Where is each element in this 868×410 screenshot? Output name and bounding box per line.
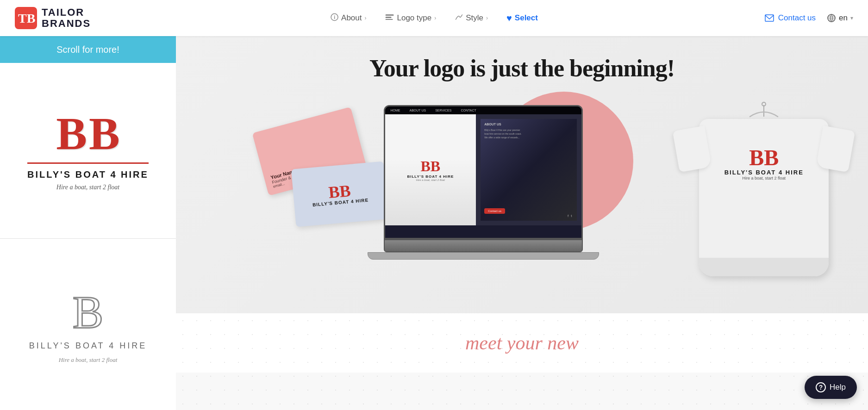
laptop-cta: Contact us [484, 208, 505, 214]
biz-card-2-bb: BB [328, 182, 351, 201]
logotype-icon [385, 13, 394, 24]
svg-rect-4 [385, 14, 393, 16]
tshirt-bb-letters: BB [724, 147, 804, 169]
header-nav: i About › Logo type › Style › ♥ Select [323, 9, 545, 27]
logo-link[interactable]: TB TAILOR BRANDS [15, 7, 91, 29]
meet-your-new-text: meet your new [204, 332, 840, 354]
laptop-screen: HOME ABOUT US SERVICES CONTACT BB BILLY'… [384, 105, 583, 239]
nav-select[interactable]: ♥ Select [499, 9, 545, 27]
bb-company-name-1: BILLY'S BOAT 4 HIRE [27, 169, 149, 180]
svg-text:i: i [334, 15, 335, 20]
style-chevron: › [486, 15, 488, 21]
about-icon: i [330, 13, 338, 24]
main-layout: B B BILLY'S BOAT 4 HIRE Hire a boat, sta… [0, 36, 868, 410]
help-question-icon: ? [816, 382, 826, 392]
logo-sidebar[interactable]: B B BILLY'S BOAT 4 HIRE Hire a boat, sta… [0, 36, 176, 410]
select-label: Select [515, 13, 538, 23]
laptop-screen-right: ABOUT US Billy's Boat 4 Hire are your pr… [476, 114, 581, 225]
laptop-nav: HOME ABOUT US SERVICES CONTACT [385, 106, 581, 114]
logo-card-2[interactable]: B BILLY'S BOAT 4 HIRE Hire a boat, start… [0, 239, 176, 410]
logo-name-top: TAILOR [42, 7, 91, 18]
laptop-nav-services: SERVICES [435, 109, 451, 112]
laptop-bottom [368, 252, 599, 260]
business-card-2: BB BILLY'S BOAT 4 HIRE [291, 162, 388, 227]
bb-letter-b2: B [89, 111, 120, 157]
about-label: About [341, 13, 362, 23]
laptop-social: f t [568, 214, 572, 218]
tshirt-sleeve-left [673, 126, 712, 173]
logotype-label: Logo type [397, 13, 431, 23]
tailor-brands-logo-icon: TB [15, 7, 37, 29]
b-outline-logo: B BILLY'S BOAT 4 HIRE Hire a boat, start… [29, 289, 147, 364]
tshirt-sleeve-right [816, 126, 856, 173]
tshirt-tagline: Hire a boat, start 2 float [724, 176, 804, 180]
help-label: Help [830, 383, 846, 392]
laptop-screen-left: BB BILLY'S BOAT 4 HIRE Hire a boat, star… [385, 114, 476, 225]
scroll-banner-text: Scroll for more! [56, 44, 119, 55]
logo-name-bottom: BRANDS [42, 18, 91, 29]
b-outline-letter: B [73, 289, 104, 335]
help-button[interactable]: ? Help [805, 376, 857, 399]
nav-about[interactable]: i About › [323, 9, 374, 27]
globe-icon [827, 13, 836, 23]
social-icon-fb: f [568, 214, 568, 218]
logo-card-1[interactable]: B B BILLY'S BOAT 4 HIRE Hire a boat, sta… [0, 63, 176, 239]
laptop-city-img: ABOUT US Billy's Boat 4 Hire are your pr… [481, 119, 576, 221]
about-chevron: › [364, 15, 366, 21]
right-content: Your logo is just the beginning! Your Na… [176, 36, 868, 410]
svg-rect-5 [385, 17, 391, 18]
laptop-screen-hero: BB BILLY'S BOAT 4 HIRE Hire a boat, star… [385, 114, 581, 225]
lang-label: en [839, 13, 848, 23]
laptop-mockup: HOME ABOUT US SERVICES CONTACT BB BILLY'… [384, 105, 597, 272]
style-label: Style [466, 13, 483, 23]
logo-text: TAILOR BRANDS [42, 7, 91, 29]
scroll-banner: Scroll for more! [0, 36, 176, 63]
bb-red-logo: B B BILLY'S BOAT 4 HIRE Hire a boat, sta… [27, 111, 149, 191]
hero-section: Your logo is just the beginning! Your Na… [176, 36, 868, 313]
contact-icon [764, 13, 774, 23]
contact-us-button[interactable]: Contact us [764, 13, 816, 23]
b-tagline: Hire a boat, start 2 float [59, 356, 118, 364]
svg-text:TB: TB [18, 11, 35, 25]
laptop-nav-about: ABOUT US [410, 109, 426, 112]
tshirt-content: BB BILLY'S BOAT 4 HIRE Hire a boat, star… [724, 147, 804, 180]
bottom-section: meet your new [176, 313, 868, 373]
laptop-company-name: BILLY'S BOAT 4 HIRE [407, 174, 454, 179]
tshirt-mockup: BB BILLY'S BOAT 4 HIRE Hire a boat, star… [694, 100, 833, 286]
hero-title: Your logo is just the beginning! [369, 55, 674, 82]
laptop-body-text: Billy's Boat 4 Hire are your premierboat… [484, 128, 521, 139]
bb-letters-red: B B [56, 111, 119, 157]
nav-logotype[interactable]: Logo type › [377, 9, 443, 27]
svg-rect-6 [385, 19, 393, 20]
tshirt-company-name: BILLY'S BOAT 4 HIRE [724, 169, 804, 176]
b-company-name: BILLY'S BOAT 4 HIRE [29, 341, 147, 351]
hero-showcase: Your Name Founder & CEO email... BB BILL… [176, 91, 868, 313]
tshirt-fold [699, 258, 829, 276]
laptop-nav-home: HOME [391, 109, 400, 112]
social-icon-tw: t [571, 214, 572, 218]
laptop-base [384, 239, 583, 252]
bb-letter-b1: B [56, 111, 87, 157]
contact-label: Contact us [778, 13, 816, 23]
nav-style[interactable]: Style › [447, 9, 495, 27]
laptop-tagline: Hire a boat, start 2 float [416, 179, 445, 181]
style-icon [455, 13, 463, 24]
tshirt-body: BB BILLY'S BOAT 4 HIRE Hire a boat, star… [699, 119, 829, 276]
laptop-nav-contact: CONTACT [461, 109, 476, 112]
bb-tagline-1: Hire a boat, start 2 float [56, 184, 119, 191]
logotype-chevron: › [434, 15, 436, 21]
laptop-about-text: ABOUT US [484, 123, 501, 126]
lang-selector[interactable]: en ▾ [827, 13, 853, 23]
bb-red-divider [27, 162, 149, 164]
lang-chevron: ▾ [850, 15, 853, 21]
header-right: Contact us en ▾ [764, 13, 853, 23]
laptop-bb-letters: BB [421, 159, 441, 174]
header: TB TAILOR BRANDS i About › Logo type › S… [0, 0, 868, 36]
select-heart-icon: ♥ [506, 13, 512, 24]
